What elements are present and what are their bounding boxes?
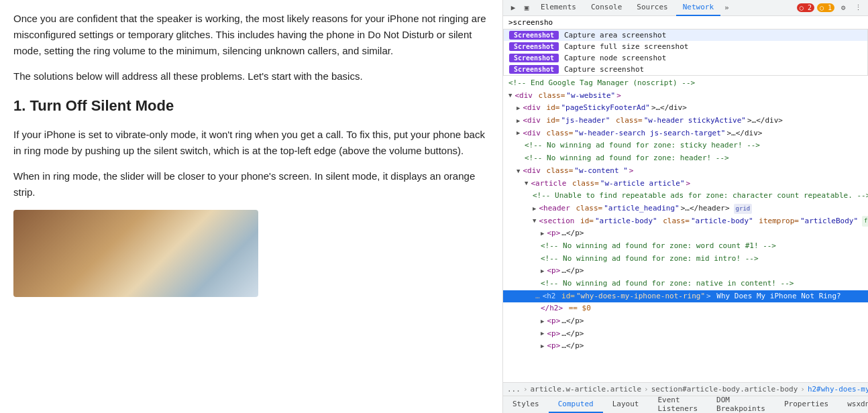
dom-line-1[interactable]: ▼ <div class="w-website"> — [503, 90, 868, 103]
breadcrumb-ellipsis[interactable]: ... — [507, 385, 521, 394]
more-icon[interactable]: ⋮ — [852, 2, 864, 14]
autocomplete-item-3[interactable]: Screenshot Capture screenshot — [504, 64, 867, 75]
dom-line-10[interactable]: ▶ <header class="article_heading">…</hea… — [503, 202, 868, 215]
tab-computed[interactable]: Computed — [549, 396, 603, 413]
autocomplete-label-3: Capture screenshot — [564, 65, 644, 74]
screenshot-badge-1: Screenshot — [509, 42, 559, 51]
dom-line-2[interactable]: ▶ <div id="pageStickyFooterAd">…</div> — [503, 102, 868, 115]
dom-line-15[interactable]: ▶ <p>…</p> — [503, 265, 868, 278]
breadcrumb-h2[interactable]: h2#why-does-my-iphone-not-ring — [808, 385, 868, 394]
autocomplete-label-2: Capture node screenshot — [564, 54, 666, 62]
autocomplete-label-1: Capture full size screenshot — [564, 42, 688, 51]
cursor-icon[interactable]: ▶ — [507, 2, 519, 14]
dom-line-5: <!-- No winning ad found for zone: stick… — [503, 139, 868, 152]
tab-elements[interactable]: Elements — [534, 0, 583, 16]
dom-line-p2[interactable]: ▶ <p>…</p> — [503, 328, 868, 341]
dom-line-0: <!-- End Google Tag Manager (noscript) -… — [503, 77, 868, 90]
tab-sources[interactable]: Sources — [630, 0, 674, 16]
tab-event-listeners[interactable]: Event Listeners — [648, 396, 707, 413]
dom-line-9: <!-- Unable to find repeatable ads for z… — [503, 190, 868, 202]
search-input[interactable] — [508, 18, 863, 27]
screenshot-badge-0: Screenshot — [509, 31, 559, 40]
dom-line-13: <!-- No winning ad found for zone: word … — [503, 240, 868, 253]
devtools-right-icons: ○ 2 ○ 1 ⚙ ⋮ — [797, 2, 864, 14]
breadcrumb-article[interactable]: article.w-article.article — [531, 385, 642, 394]
error-badge: ○ 2 — [797, 3, 814, 12]
dom-tree: <!-- End Google Tag Manager (noscript) -… — [503, 76, 868, 382]
devtools-topbar: ▶ ▣ Elements Console Sources Network » ○… — [503, 0, 868, 16]
article-image — [13, 210, 258, 297]
warn-badge: ○ 1 — [817, 3, 834, 12]
devtools-search-bar — [503, 16, 868, 30]
dom-line-h2-highlighted[interactable]: … <h2 id="why-does-my-iphone-not-ring"> … — [503, 290, 868, 303]
dom-line-16: <!-- No winning ad found for zone: nativ… — [503, 278, 868, 290]
tab-dom-breakpoints[interactable]: DOM Breakpoints — [707, 396, 775, 413]
tab-console[interactable]: Console — [584, 0, 629, 16]
dom-line-p3[interactable]: ▶ <p>…</p> — [503, 340, 868, 353]
vibrate-paragraph: If your iPhone is set to vibrate-only mo… — [13, 127, 489, 159]
tab-layout[interactable]: Layout — [603, 396, 649, 413]
dom-line-4[interactable]: ▶ <div class="w-header-search js-search-… — [503, 127, 868, 140]
section-heading: 1. Turn Off Silent Mode — [13, 94, 489, 117]
screenshot-badge-3: Screenshot — [509, 65, 559, 74]
solutions-paragraph: The solutions below will address all the… — [13, 68, 489, 84]
more-tabs-icon[interactable]: » — [722, 3, 732, 12]
settings-icon[interactable]: ⚙ — [837, 2, 849, 14]
ring-mode-paragraph: When in ring mode, the slider will be cl… — [13, 168, 489, 200]
tab-properties[interactable]: Properties — [775, 396, 838, 413]
autocomplete-item-2[interactable]: Screenshot Capture node screenshot — [504, 52, 867, 64]
intro-paragraph: Once you are confident that the speaker … — [13, 11, 489, 59]
dom-line-7[interactable]: ▼ <div class="w-content "> — [503, 165, 868, 178]
autocomplete-item-1[interactable]: Screenshot Capture full size screenshot — [504, 41, 867, 52]
dom-line-12[interactable]: ▶ <p>…</p> — [503, 227, 868, 240]
breadcrumb-section[interactable]: section#article-body.article-body — [651, 385, 798, 394]
devtools-breadcrumb: ... › article.w-article.article › sectio… — [503, 382, 868, 396]
autocomplete-item-0[interactable]: Screenshot Capture area screenshot — [504, 30, 867, 41]
article-content: Once you are confident that the speaker … — [0, 0, 503, 413]
autocomplete-label-0: Capture area screenshot — [564, 31, 666, 40]
dom-line-h2-close: </h2> == $0 — [503, 302, 868, 315]
inspect-icon[interactable]: ▣ — [521, 2, 533, 14]
tab-wsxdn[interactable]: wsxdn.liu — [838, 396, 868, 413]
dom-line-6: <!-- No winning ad found for zone: heade… — [503, 152, 868, 165]
dom-line-8[interactable]: ▼ <article class="w-article article"> — [503, 178, 868, 190]
dom-line-14: <!-- No winning ad found for zone: mid i… — [503, 253, 868, 266]
tab-network[interactable]: Network — [676, 0, 720, 16]
dom-line-11[interactable]: ▼ <section id="article-body" class="arti… — [503, 215, 868, 228]
autocomplete-dropdown: Screenshot Capture area screenshot Scree… — [503, 30, 868, 76]
tab-styles[interactable]: Styles — [503, 396, 549, 413]
devtools-panel: ▶ ▣ Elements Console Sources Network » ○… — [503, 0, 868, 413]
dom-line-p1[interactable]: ▶ <p>…</p> — [503, 315, 868, 328]
devtools-bottom-tabs: Styles Computed Layout Event Listeners D… — [503, 396, 868, 413]
screenshot-badge-2: Screenshot — [509, 54, 559, 62]
dom-line-3[interactable]: ▶ <div id="js-header" class="w-header st… — [503, 115, 868, 127]
